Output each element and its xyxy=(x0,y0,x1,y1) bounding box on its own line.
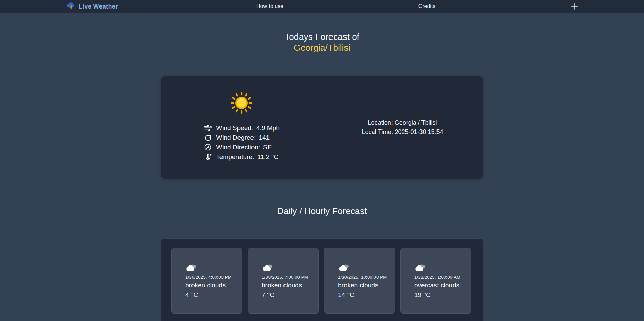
page-title: Todays Forecast of Georgia/Tbilisi xyxy=(0,31,644,53)
detail-label: Wind Speed: xyxy=(216,124,253,132)
page-title-city: Georgia/Tbilisi xyxy=(0,42,644,53)
forecast-description: broken clouds xyxy=(185,281,237,289)
forecast-description: overcast clouds xyxy=(414,281,466,289)
detail-row-wind-direction: Wind Direction: SE xyxy=(203,143,279,151)
clouds-icon xyxy=(185,263,237,272)
detail-row-wind-degree: Wind Degree: 141 xyxy=(203,134,279,141)
brand-label: Live Weather xyxy=(79,3,118,10)
detail-label: Wind Degree: xyxy=(216,134,256,141)
plus-icon xyxy=(571,3,578,10)
detail-label: Temperature: xyxy=(216,153,254,161)
cloud-lightning-icon xyxy=(66,1,76,12)
forecast-tile: 1/30/2025, 4:00:00 PM broken clouds 4 °C xyxy=(171,248,242,314)
forecast-tile: 1/30/2025, 10:00:00 PM broken clouds 14 … xyxy=(324,248,395,314)
forecast-temperature: 7 °C xyxy=(262,291,313,299)
nav-link-how-to-use[interactable]: How to use xyxy=(256,3,283,10)
forecast-datetime: 1/30/2025, 4:00:00 PM xyxy=(185,275,237,280)
brand-home-link[interactable]: Live Weather xyxy=(66,1,118,12)
location-line: Location: Georgia / Tbilisi xyxy=(368,118,437,127)
wind-degree-icon xyxy=(203,134,212,141)
detail-value: 11.2 °C xyxy=(257,153,278,161)
local-time-label: Local Time: xyxy=(362,128,393,135)
detail-row-wind-speed: Wind Speed: 4.9 Mph xyxy=(203,124,279,132)
detail-row-temperature: Temperature: 11.2 °C xyxy=(203,153,279,161)
wind-direction-icon xyxy=(203,143,212,151)
clouds-icon xyxy=(262,263,313,272)
forecast-datetime: 1/30/2025, 10:00:00 PM xyxy=(338,275,390,280)
forecast-temperature: 19 °C xyxy=(414,291,466,299)
nav-link-credits[interactable]: Credits xyxy=(418,3,436,10)
detail-value: 141 xyxy=(259,134,270,141)
forecast-tile: 1/30/2025, 7:00:00 PM broken clouds 7 °C xyxy=(248,248,319,314)
forecast-heading: Daily / Hourly Forecast xyxy=(0,206,644,216)
current-weather-left: Wind Speed: 4.9 Mph Wind Degree: 141 xyxy=(161,76,322,179)
forecast-description: broken clouds xyxy=(262,281,313,289)
detail-value: SE xyxy=(263,143,272,151)
forecast-tile: 1/31/2025, 1:00:00 AM overcast clouds 19… xyxy=(400,248,471,314)
forecast-description: broken clouds xyxy=(338,281,390,289)
clouds-icon xyxy=(414,263,466,272)
location-value: Georgia / Tbilisi xyxy=(395,119,437,126)
clouds-icon xyxy=(338,263,390,272)
forecast-temperature: 4 °C xyxy=(185,291,237,299)
temperature-icon xyxy=(203,153,212,161)
current-weather-details: Wind Speed: 4.9 Mph Wind Degree: 141 xyxy=(203,122,279,163)
current-weather-right: Location: Georgia / Tbilisi Local Time: … xyxy=(322,76,483,179)
sun-icon xyxy=(231,92,252,114)
forecast-datetime: 1/30/2025, 7:00:00 PM xyxy=(262,275,313,280)
navbar: Live Weather How to use Credits xyxy=(0,0,644,13)
local-time-value: 2025-01-30 15:54 xyxy=(395,128,443,135)
forecast-datetime: 1/31/2025, 1:00:00 AM xyxy=(414,275,466,280)
forecast-temperature: 14 °C xyxy=(338,291,390,299)
forecast-panel: 1/30/2025, 4:00:00 PM broken clouds 4 °C… xyxy=(161,238,483,321)
wind-speed-icon xyxy=(203,124,212,132)
local-time-line: Local Time: 2025-01-30 15:54 xyxy=(362,127,443,137)
location-label: Location: xyxy=(368,119,393,126)
add-city-button[interactable] xyxy=(570,2,579,11)
current-weather-card: Wind Speed: 4.9 Mph Wind Degree: 141 xyxy=(161,76,483,179)
detail-label: Wind Direction: xyxy=(216,143,260,151)
detail-value: 4.9 Mph xyxy=(256,124,280,132)
page-title-line1: Todays Forecast of xyxy=(0,31,644,42)
